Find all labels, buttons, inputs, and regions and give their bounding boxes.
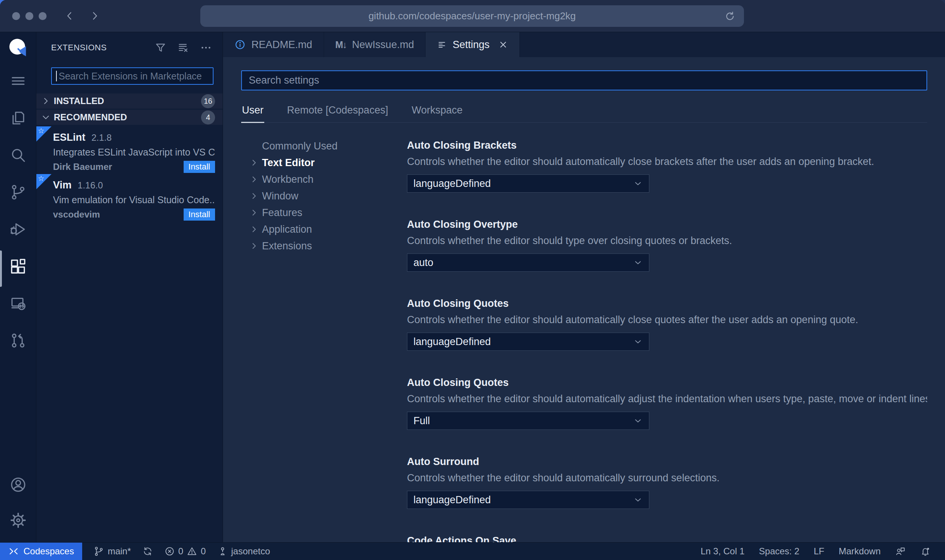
user-status[interactable]: jasonetco <box>217 543 270 560</box>
setting-value-dropdown[interactable]: languageDefined <box>407 333 649 351</box>
sync-icon <box>142 546 153 557</box>
problems-status[interactable]: 0 0 <box>164 543 206 560</box>
toc-commonly-used[interactable]: Commonly Used <box>250 138 379 154</box>
setting-description: Controls whether the editor should autom… <box>407 391 927 406</box>
refresh-icon[interactable] <box>724 11 736 22</box>
extension-publisher: Dirk Baeumer <box>53 162 112 172</box>
setting-title: Auto Surround <box>407 454 927 469</box>
setting-value-dropdown[interactable]: Full <box>407 412 649 430</box>
feedback-icon[interactable] <box>895 546 906 557</box>
run-debug-icon[interactable] <box>9 220 28 239</box>
scope-tab-workspace[interactable]: Workspace <box>411 101 463 123</box>
setting-row: Code Actions On Save <box>407 533 927 542</box>
maximize-window-icon[interactable] <box>39 12 47 20</box>
clear-extension-filter-icon[interactable] <box>177 42 189 54</box>
setting-title: Code Actions On Save <box>407 533 927 542</box>
extension-list-item[interactable]: ☆ Vim 1.16.0 Vim emulation for Visual St… <box>36 174 223 220</box>
remote-indicator[interactable]: Codespaces <box>0 543 82 560</box>
remote-explorer-icon[interactable] <box>9 294 28 313</box>
setting-description: Controls whether the editor should type … <box>407 233 927 248</box>
cursor-position[interactable]: Ln 3, Col 1 <box>700 546 744 557</box>
github-codespaces-logo <box>7 37 29 59</box>
extensions-sidebar: EXTENSIONS <box>36 32 223 542</box>
section-installed[interactable]: INSTALLED 16 <box>36 93 223 109</box>
sidebar-title: EXTENSIONS <box>51 43 107 53</box>
search-icon[interactable] <box>9 146 28 165</box>
tab-label: NewIssue.md <box>352 39 414 51</box>
setting-value-dropdown[interactable]: auto <box>407 254 649 272</box>
setting-description: Controls whether the editor should autom… <box>407 470 927 485</box>
install-button[interactable]: Install <box>184 161 215 173</box>
toc-workbench[interactable]: Workbench <box>250 171 379 188</box>
extension-description: Integrates ESLint JavaScript into VS C..… <box>53 145 215 159</box>
extension-name: ESLint <box>53 130 86 145</box>
settings-scope-tabs: User Remote [Codespaces] Workspace <box>241 101 927 123</box>
address-bar[interactable]: github.com/codespaces/user-my-project-mg… <box>200 5 744 27</box>
window-controls[interactable] <box>12 12 47 20</box>
sync-status[interactable] <box>142 543 153 560</box>
forward-icon[interactable] <box>89 10 100 22</box>
extension-publisher: vscodevim <box>53 209 100 220</box>
extensions-icon[interactable] <box>9 257 28 276</box>
install-button[interactable]: Install <box>184 208 215 221</box>
activity-bar <box>0 32 36 542</box>
setting-row: Auto Closing Brackets Controls whether t… <box>407 138 927 193</box>
tab-newissue[interactable]: M↓ NewIssue.md <box>324 32 426 57</box>
tab-label: README.md <box>251 39 312 51</box>
chevron-right-icon <box>250 225 262 234</box>
close-window-icon[interactable] <box>12 12 20 20</box>
star-icon: ☆ <box>38 175 44 182</box>
notifications-bell-icon[interactable] <box>920 546 931 557</box>
extensions-search-input[interactable] <box>51 67 214 85</box>
extension-list-item[interactable]: ☆ ESLint 2.1.8 Integrates ESLint JavaScr… <box>36 126 223 173</box>
filter-icon[interactable] <box>154 42 167 54</box>
close-tab-icon[interactable] <box>498 40 508 50</box>
remote-label: Codespaces <box>23 546 74 557</box>
tab-readme[interactable]: README.md <box>223 32 324 57</box>
pull-requests-icon[interactable] <box>9 331 28 350</box>
source-control-icon[interactable] <box>9 183 28 202</box>
chevron-down-icon <box>633 179 643 188</box>
editor-area: README.md M↓ NewIssue.md Settings <box>223 32 945 542</box>
chevron-down-icon <box>633 416 643 426</box>
menu-icon[interactable] <box>9 72 28 90</box>
count-badge: 16 <box>201 94 215 108</box>
explorer-icon[interactable] <box>9 109 28 128</box>
tab-bar: README.md M↓ NewIssue.md Settings <box>223 32 945 57</box>
toc-extensions[interactable]: Extensions <box>250 238 379 254</box>
remote-icon <box>8 546 19 557</box>
setting-title: Auto Closing Brackets <box>407 138 927 153</box>
settings-search-input[interactable] <box>241 70 927 90</box>
setting-value-dropdown[interactable]: languageDefined <box>407 174 649 193</box>
more-actions-icon[interactable] <box>200 42 212 54</box>
settings-gear-icon[interactable] <box>9 511 28 530</box>
error-count: 0 <box>178 546 183 557</box>
eol-sequence[interactable]: LF <box>814 546 824 557</box>
tab-label: Settings <box>452 39 490 51</box>
account-icon[interactable] <box>9 475 28 494</box>
toc-application[interactable]: Application <box>250 221 379 238</box>
minimize-window-icon[interactable] <box>25 12 33 20</box>
back-icon[interactable] <box>64 10 75 22</box>
indentation[interactable]: Spaces: 2 <box>759 546 800 557</box>
scope-tab-user[interactable]: User <box>241 101 264 123</box>
toc-window[interactable]: Window <box>250 188 379 204</box>
chevron-down-icon <box>41 112 52 122</box>
toc-text-editor[interactable]: Text Editor <box>250 154 379 171</box>
section-recommended[interactable]: RECOMMENDED 4 <box>36 110 223 125</box>
active-view-indicator <box>0 250 2 287</box>
settings-editor: User Remote [Codespaces] Workspace Commo… <box>223 57 945 542</box>
chevron-right-icon <box>250 208 262 217</box>
browser-titlebar: github.com/codespaces/user-my-project-mg… <box>0 0 945 32</box>
language-mode[interactable]: Markdown <box>839 546 881 557</box>
tab-settings[interactable]: Settings <box>426 32 520 57</box>
scope-tab-remote[interactable]: Remote [Codespaces] <box>286 101 389 123</box>
setting-row: Auto Closing Quotes Controls whether the… <box>407 375 927 430</box>
toc-features[interactable]: Features <box>250 204 379 221</box>
setting-value-dropdown[interactable]: languageDefined <box>407 491 649 509</box>
count-badge: 4 <box>201 110 215 124</box>
branch-status[interactable]: main* <box>94 543 131 560</box>
error-icon <box>164 546 175 557</box>
setting-row: Auto Closing Quotes Controls whether the… <box>407 296 927 351</box>
branch-name: main* <box>108 546 131 557</box>
